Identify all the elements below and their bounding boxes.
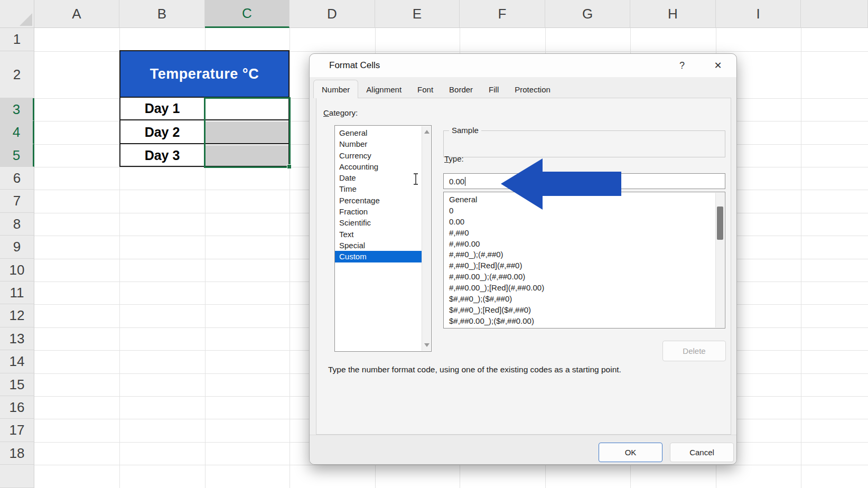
- category-item-accounting[interactable]: Accounting: [335, 161, 431, 172]
- format-code-item[interactable]: $#,##0.00_);($#,##0.00): [444, 316, 725, 327]
- text-caret: [465, 177, 465, 186]
- cell-b4-day2[interactable]: Day 2: [120, 121, 205, 144]
- column-header-b[interactable]: B: [119, 0, 205, 28]
- delete-button[interactable]: Delete: [662, 341, 726, 361]
- temperature-table: Temperature °C Day 1 Day 2 Day 3: [119, 50, 290, 167]
- ok-button[interactable]: OK: [599, 443, 662, 462]
- excel-window: A B C D E F G H I 1 2 3 4 5 6 7 8 9 10 1…: [0, 0, 868, 488]
- category-item-number[interactable]: Number: [335, 138, 431, 149]
- sample-groupbox: Sample: [443, 130, 725, 157]
- column-header-partial[interactable]: [801, 0, 868, 28]
- row-header-1[interactable]: 1: [0, 28, 34, 51]
- row-header-17[interactable]: 17: [0, 419, 34, 442]
- type-label: Type:: [444, 154, 464, 163]
- category-item-special[interactable]: Special: [335, 240, 431, 251]
- format-code-item[interactable]: #,##0.00_);(#,##0.00): [444, 271, 725, 283]
- cell-c4-selected[interactable]: [205, 121, 288, 144]
- dialog-tabs: Number Alignment Font Border Fill Protec…: [313, 79, 558, 98]
- format-code-item[interactable]: #,##0.00: [444, 239, 725, 250]
- format-code-item[interactable]: 0.00: [444, 217, 725, 228]
- row-header-12[interactable]: 12: [0, 304, 34, 327]
- column-header-f[interactable]: F: [460, 0, 545, 28]
- select-all-triangle-icon: [20, 13, 32, 26]
- close-icon[interactable]: ✕: [707, 54, 729, 77]
- scrollbar-thumb[interactable]: [717, 207, 723, 240]
- row-header-13[interactable]: 13: [0, 327, 34, 350]
- sample-label: Sample: [449, 126, 481, 135]
- tab-fill[interactable]: Fill: [481, 81, 507, 98]
- format-code-item[interactable]: #,##0.00_);[Red](#,##0.00): [444, 283, 725, 294]
- dialog-title-bar[interactable]: Format Cells ? ✕: [310, 54, 736, 77]
- cell-c5-selected[interactable]: [205, 145, 288, 166]
- category-item-fraction[interactable]: Fraction: [335, 206, 431, 217]
- category-item-general[interactable]: General: [335, 127, 431, 138]
- format-code-item[interactable]: $#,##0_);($#,##0): [444, 294, 725, 305]
- format-code-item[interactable]: #,##0_);[Red](#,##0): [444, 260, 725, 271]
- select-all-corner[interactable]: [0, 0, 34, 28]
- row-header-8[interactable]: 8: [0, 213, 34, 236]
- column-header-h[interactable]: H: [630, 0, 716, 28]
- tab-border[interactable]: Border: [441, 81, 481, 98]
- row-header-5[interactable]: 5: [0, 144, 34, 167]
- scroll-down-icon[interactable]: [424, 343, 430, 347]
- tab-alignment[interactable]: Alignment: [358, 81, 409, 98]
- column-header-a[interactable]: A: [34, 0, 119, 28]
- row-header-2[interactable]: 2: [0, 51, 34, 98]
- column-header-c[interactable]: C: [205, 0, 290, 28]
- category-scrollbar[interactable]: [422, 126, 431, 351]
- category-item-scientific[interactable]: Scientific: [335, 217, 431, 228]
- category-item-percentage[interactable]: Percentage: [335, 195, 431, 206]
- format-cells-dialog: Format Cells ? ✕ Number Alignment Font B…: [309, 53, 737, 465]
- row-header-3[interactable]: 3: [0, 98, 34, 121]
- row-header-18[interactable]: 18: [0, 442, 34, 465]
- category-item-currency[interactable]: Currency: [335, 150, 431, 161]
- format-code-item[interactable]: #,##0_);(#,##0): [444, 249, 725, 260]
- cell-b5-day3[interactable]: Day 3: [120, 145, 205, 166]
- column-header-g[interactable]: G: [545, 0, 630, 28]
- scroll-up-icon[interactable]: [424, 130, 430, 134]
- fill-handle[interactable]: [287, 164, 292, 169]
- column-header-i[interactable]: I: [716, 0, 801, 28]
- category-label: Category:: [323, 108, 358, 117]
- tab-protection[interactable]: Protection: [507, 81, 558, 98]
- format-code-item[interactable]: 0: [444, 205, 725, 217]
- type-input[interactable]: 0.00: [443, 173, 725, 189]
- tab-number[interactable]: Number: [313, 80, 358, 98]
- tab-font[interactable]: Font: [409, 81, 441, 98]
- category-item-date[interactable]: Date: [335, 172, 431, 183]
- format-codes-scrollbar[interactable]: [715, 193, 724, 327]
- row-header-4[interactable]: 4: [0, 121, 34, 144]
- category-listbox[interactable]: General Number Currency Accounting Date …: [334, 125, 432, 352]
- row-header-6[interactable]: 6: [0, 167, 34, 190]
- format-codes-listbox[interactable]: General 0 0.00 #,##0 #,##0.00 #,##0_);(#…: [443, 192, 725, 329]
- row-header-14[interactable]: 14: [0, 350, 34, 373]
- category-item-time[interactable]: Time: [335, 183, 431, 194]
- row-header-partial[interactable]: [0, 465, 34, 488]
- row-header-10[interactable]: 10: [0, 259, 34, 281]
- column-header-e[interactable]: E: [375, 0, 460, 28]
- category-item-custom[interactable]: Custom: [335, 251, 423, 262]
- cell-b3-day1[interactable]: Day 1: [120, 98, 205, 120]
- row-header-11[interactable]: 11: [0, 281, 34, 304]
- format-code-item[interactable]: $#,##0_);[Red]($#,##0): [444, 305, 725, 316]
- row-header-7[interactable]: 7: [0, 190, 34, 213]
- cell-c3-active[interactable]: [205, 98, 288, 120]
- dialog-title: Format Cells: [329, 54, 380, 77]
- dialog-help-text: Type the number format code, using one o…: [328, 365, 621, 374]
- row-header-9[interactable]: 9: [0, 236, 34, 259]
- column-header-d[interactable]: D: [290, 0, 375, 28]
- category-item-text[interactable]: Text: [335, 229, 431, 240]
- row-header-16[interactable]: 16: [0, 396, 34, 419]
- row-header-15[interactable]: 15: [0, 373, 34, 396]
- cell-b2-temperature-header[interactable]: Temperature °C: [120, 51, 288, 98]
- format-code-item[interactable]: General: [444, 194, 725, 205]
- help-icon[interactable]: ?: [671, 54, 693, 77]
- cancel-button[interactable]: Cancel: [670, 443, 734, 462]
- format-code-item[interactable]: #,##0: [444, 228, 725, 239]
